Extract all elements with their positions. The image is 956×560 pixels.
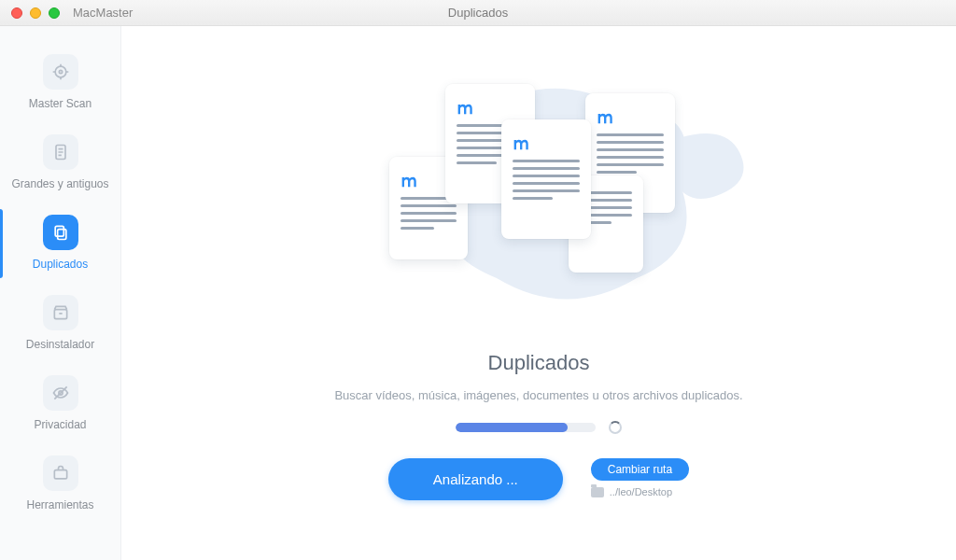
- path-text: ../leo/Desktop: [610, 486, 672, 497]
- spinner-icon: [609, 421, 622, 434]
- change-path-button[interactable]: Cambiar ruta: [591, 458, 689, 481]
- page-description: Buscar vídeos, música, imágenes, documen…: [334, 388, 742, 402]
- svg-point-1: [59, 70, 62, 73]
- main-panel: Duplicados Buscar vídeos, música, imágen…: [121, 26, 956, 560]
- window-controls: [11, 7, 60, 19]
- svg-point-0: [55, 66, 66, 77]
- app-name: MacMaster: [73, 6, 133, 20]
- progress-area: [456, 421, 622, 434]
- page-heading: Duplicados: [488, 351, 590, 375]
- action-row: Analizando ... Cambiar ruta ../leo/Deskt…: [388, 458, 689, 500]
- svg-rect-4: [55, 226, 63, 236]
- sidebar-item-label: Herramientas: [26, 498, 93, 511]
- progress-bar: [456, 423, 596, 432]
- sidebar-item-privacy[interactable]: Privacidad: [0, 364, 120, 444]
- toolbox-icon: [43, 455, 78, 491]
- document-graphic: [501, 119, 591, 239]
- analyze-button[interactable]: Analizando ...: [388, 458, 563, 500]
- document-icon: [43, 134, 78, 170]
- box-icon: [43, 295, 78, 330]
- sidebar-item-label: Master Scan: [29, 97, 91, 110]
- sidebar-item-master-scan[interactable]: Master Scan: [0, 43, 120, 123]
- maximize-icon[interactable]: [49, 7, 60, 19]
- sidebar: Master Scan Grandes y antiguos Duplicado…: [0, 26, 121, 560]
- sidebar-item-tools[interactable]: Herramientas: [0, 444, 120, 525]
- eye-off-icon: [43, 375, 78, 411]
- illustration: [315, 73, 763, 325]
- copy-icon: [43, 215, 78, 250]
- sidebar-item-uninstaller[interactable]: Desinstalador: [0, 284, 120, 364]
- close-icon[interactable]: [11, 7, 22, 19]
- sidebar-item-label: Duplicados: [33, 258, 88, 271]
- sidebar-item-label: Privacidad: [34, 418, 86, 431]
- svg-rect-7: [54, 470, 66, 479]
- window-title: Duplicados: [448, 6, 508, 20]
- minimize-icon[interactable]: [30, 7, 41, 19]
- sidebar-item-duplicates[interactable]: Duplicados: [0, 203, 120, 284]
- current-path: ../leo/Desktop: [591, 486, 689, 497]
- sidebar-item-large-old[interactable]: Grandes y antiguos: [0, 123, 120, 203]
- title-bar: MacMaster Duplicados: [0, 0, 956, 26]
- sidebar-item-label: Desinstalador: [26, 338, 94, 351]
- folder-icon: [591, 487, 604, 497]
- progress-fill: [456, 423, 568, 432]
- svg-rect-3: [57, 230, 65, 240]
- sidebar-item-label: Grandes y antiguos: [11, 177, 108, 190]
- target-icon: [43, 54, 78, 90]
